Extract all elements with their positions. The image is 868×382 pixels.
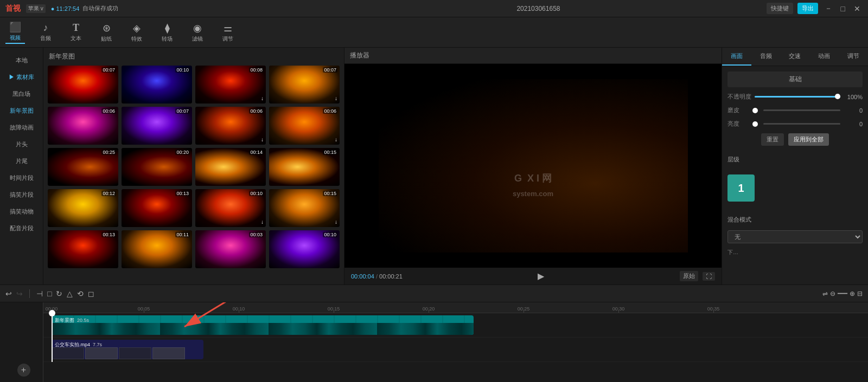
- toolbar-transition[interactable]: ⧫ 转场: [157, 22, 177, 43]
- media-thumb-16[interactable]: 00:15↓: [269, 189, 340, 227]
- brightness-slider-thumb[interactable]: [752, 121, 758, 127]
- app-tag[interactable]: 苹果 v: [26, 4, 46, 13]
- play-button[interactable]: ▶: [408, 271, 674, 281]
- sidebar-blackfield[interactable]: 黑白场: [0, 86, 43, 102]
- media-thumb-14[interactable]: 00:13: [122, 189, 192, 227]
- media-thumb-15[interactable]: 00:10↓: [195, 189, 266, 227]
- frame4: [152, 347, 185, 359]
- media-thumb-17[interactable]: 00:13: [48, 230, 118, 268]
- media-thumb-18[interactable]: 00:11: [122, 230, 192, 268]
- time-current-value: 00:00:04: [351, 273, 374, 280]
- toolbar-text[interactable]: T 文本: [66, 22, 86, 42]
- media-thumb-11[interactable]: 00:14: [195, 148, 266, 186]
- media-panel: 新年景图 00:0700:1000:08↓00:07↓00:0600:0700:…: [43, 48, 344, 284]
- media-thumb-19[interactable]: 00:03: [195, 230, 266, 268]
- sidebar-cartoon[interactable]: 故障动画: [0, 119, 43, 136]
- level-box[interactable]: 1: [727, 174, 755, 202]
- mask-icon[interactable]: ◻: [88, 289, 94, 298]
- sidebar-laugh[interactable]: 搞笑片段: [0, 186, 43, 203]
- brightness-slider[interactable]: [763, 123, 840, 125]
- media-panel-title: 新年景图: [48, 52, 340, 61]
- grind-slider[interactable]: [763, 109, 840, 111]
- media-thumb-time-6: 00:07: [175, 108, 190, 114]
- media-thumb-10[interactable]: 00:20: [122, 148, 192, 186]
- media-thumb-7[interactable]: 00:06↓: [195, 107, 266, 145]
- fit-icon[interactable]: ⊟: [857, 290, 863, 297]
- zoom-plus-icon[interactable]: ⊕: [850, 290, 855, 297]
- toolbar-filter[interactable]: ◉ 滤镜: [188, 22, 207, 43]
- undo-icon[interactable]: ↩: [5, 289, 12, 298]
- sidebar-ending[interactable]: 片尾: [0, 153, 43, 170]
- mirror-icon[interactable]: △: [67, 289, 73, 298]
- media-thumb-time-15: 00:10: [249, 191, 264, 196]
- tab-speed[interactable]: 交速: [781, 48, 810, 66]
- blend-select[interactable]: 无: [727, 230, 863, 243]
- toolbar-effects[interactable]: ◈ 特效: [127, 22, 146, 43]
- media-thumb-dl-7[interactable]: ↓: [261, 137, 264, 143]
- toolbar-adjust[interactable]: ⚌ 调节: [218, 22, 238, 43]
- crop-icon[interactable]: □: [47, 289, 52, 298]
- media-thumb-1[interactable]: 00:07: [48, 66, 118, 103]
- loop-icon[interactable]: ↻: [56, 289, 62, 298]
- preview-ratio-btn[interactable]: 原始: [680, 271, 698, 281]
- zoom-minus-icon[interactable]: ⊖: [830, 290, 835, 297]
- zoom-slider[interactable]: ━━━: [838, 290, 847, 296]
- reset-button[interactable]: 重置: [761, 133, 784, 146]
- media-thumb-12[interactable]: 00:15: [269, 148, 340, 186]
- sidebar-voiceover[interactable]: 配音片段: [0, 220, 43, 237]
- media-thumb-2[interactable]: 00:10: [122, 66, 192, 103]
- shortcut-button[interactable]: 快捷键: [767, 3, 793, 14]
- tab-picture[interactable]: 画面: [722, 48, 751, 66]
- preview-fullscreen-btn[interactable]: ⛶: [703, 272, 715, 281]
- media-thumb-time-9: 00:25: [101, 150, 116, 155]
- toolbar-audio[interactable]: ♪ 音频: [36, 22, 55, 42]
- sub-clip[interactable]: 公交车实拍.mp4 7.7s: [52, 340, 203, 359]
- tab-animation[interactable]: 动画: [809, 48, 839, 66]
- redo-icon[interactable]: ↪: [16, 289, 23, 298]
- close-icon[interactable]: ✕: [852, 4, 863, 13]
- opacity-row: 不透明度 100%: [727, 93, 863, 101]
- tab-audio[interactable]: 音频: [751, 48, 781, 66]
- sidebar-library[interactable]: ▶ 素材库: [0, 69, 43, 86]
- media-thumb-dl-3[interactable]: ↓: [261, 95, 264, 101]
- apply-all-button[interactable]: 应用到全部: [788, 133, 829, 146]
- sidebar-newyear[interactable]: 新年景图: [0, 102, 43, 119]
- media-thumb-time-4: 00:07: [323, 67, 337, 73]
- media-thumb-dl-15[interactable]: ↓: [261, 219, 264, 225]
- toolbar-transition-label: 转场: [162, 35, 173, 43]
- media-thumb-20[interactable]: 00:10: [269, 230, 340, 268]
- sidebar-laughanimal[interactable]: 搞笑动物: [0, 203, 43, 220]
- media-thumb-dl-8[interactable]: ↓: [335, 137, 337, 143]
- add-track-button[interactable]: +: [17, 364, 30, 377]
- toolbar-adjust-label: 调节: [222, 35, 233, 43]
- sidebar-timepiece[interactable]: 时间片段: [0, 170, 43, 186]
- media-thumb-dl-4[interactable]: ↓: [335, 95, 337, 101]
- media-thumb-6[interactable]: 00:07: [122, 107, 192, 145]
- maximize-icon[interactable]: □: [839, 4, 847, 13]
- tick-35: [713, 309, 714, 313]
- media-thumb-4[interactable]: 00:07↓: [269, 66, 340, 103]
- tab-adjust[interactable]: 调节: [839, 48, 868, 66]
- main-clip[interactable]: 新年景图 20.5s: [52, 315, 474, 335]
- media-thumb-13[interactable]: 00:12: [48, 189, 118, 227]
- split-icon[interactable]: ⊣: [36, 289, 43, 298]
- media-thumb-9[interactable]: 00:25: [48, 148, 118, 186]
- toolbar-video[interactable]: ⬛ 视频: [5, 21, 25, 44]
- media-thumb-5[interactable]: 00:06: [48, 107, 118, 145]
- preview-controls: 00:00:04 / 00:00:21 ▶ 原始 ⛶: [344, 268, 722, 284]
- toolbar-text-label: 文本: [71, 35, 81, 42]
- toolbar: ⬛ 视频 ♪ 音频 T 文本 ⊛ 贴纸 ◈ 特效 ⧫ 转场 ◉ 滤镜 ⚌ 调节: [0, 17, 868, 48]
- minimize-icon[interactable]: －: [822, 4, 834, 14]
- zoom-link-icon[interactable]: ⇌: [822, 290, 828, 297]
- grind-slider-thumb[interactable]: [752, 108, 758, 113]
- toolbar-sticker[interactable]: ⊛ 贴纸: [97, 22, 116, 43]
- sidebar-opening[interactable]: 片头: [0, 136, 43, 153]
- media-thumb-dl-16[interactable]: ↓: [335, 219, 337, 225]
- media-thumb-8[interactable]: 00:06↓: [269, 107, 340, 145]
- opacity-slider[interactable]: [755, 96, 840, 98]
- flip-icon[interactable]: ⟲: [77, 289, 84, 298]
- media-thumb-3[interactable]: 00:08↓: [195, 66, 266, 103]
- effects-icon: ◈: [133, 22, 141, 34]
- sidebar-local[interactable]: 本地: [0, 52, 43, 69]
- export-button[interactable]: 导出: [797, 3, 818, 14]
